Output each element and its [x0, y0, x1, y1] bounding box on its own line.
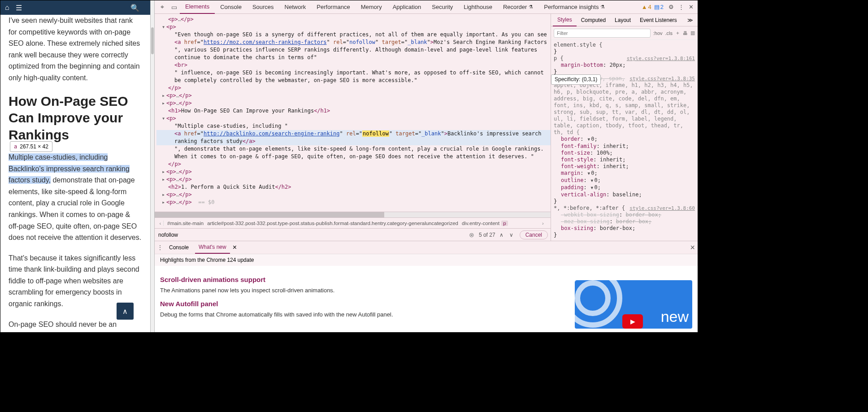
devtools-tabbar: ⌖ ▭ Elements Console Sources Network Per… [155, 0, 698, 14]
drawer-tabbar: ⋮ Console What's new × × [155, 241, 698, 254]
breadcrumb-item[interactable]: div.entry-content [460, 221, 501, 226]
specificity-tooltip: Specificity: (0,3,1) [551, 74, 601, 85]
tab-computed[interactable]: Computed [577, 14, 610, 26]
selected-dom-node[interactable]: <a href="http://backlinko.com/search-eng… [156, 130, 551, 145]
tab-security[interactable]: Security [426, 0, 458, 14]
drawer-tab-whatsnew[interactable]: What's new [195, 241, 230, 254]
tab-memory[interactable]: Memory [356, 0, 387, 14]
horizontal-scrollbar[interactable] [155, 212, 551, 217]
element-dimensions-tooltip: a 267.51 × 42 [10, 141, 52, 152]
paragraph: That's because it takes significantly le… [9, 252, 142, 310]
whatsnew-heading: Scroll-driven animations support [160, 276, 566, 283]
tab-recorder[interactable]: Recorder⚗ [498, 0, 538, 14]
drawer-tab-console[interactable]: Console [165, 241, 192, 254]
highlighted-text: Multiple case-studies, including [9, 153, 108, 161]
styles-pane[interactable]: Specificity: (0,3,1) element.style { } p… [551, 40, 698, 241]
tab-styles[interactable]: Styles [553, 14, 577, 26]
tab-lighthouse[interactable]: Lighthouse [458, 0, 498, 14]
svg-point-1 [577, 283, 608, 313]
search-cancel-button[interactable]: Cancel [520, 230, 548, 239]
search-next-icon[interactable]: ∨ [508, 232, 515, 238]
breadcrumb-item[interactable]: #main.site-main [165, 221, 205, 226]
messages-badge[interactable]: ▤2 [654, 4, 664, 10]
menu-icon[interactable]: ☰ [16, 4, 22, 12]
search-prev-icon[interactable]: ∧ [498, 232, 505, 238]
scroll-to-top-button[interactable]: ∧ [117, 303, 134, 320]
video-thumbnail[interactable]: ▶ new [575, 280, 692, 329]
warnings-badge[interactable]: ▲4 [642, 4, 651, 10]
search-input[interactable] [157, 231, 466, 239]
search-count: 5 of 27 [479, 232, 495, 238]
layout-icon[interactable]: ▥ [690, 30, 695, 36]
styles-toolbar: :hov .cls ＋ 🖶 ▥ [551, 26, 698, 40]
device-toolbar-icon[interactable]: ▭ [168, 4, 180, 11]
whatsnew-heading: New Autofill panel [160, 300, 566, 308]
panel-splitter[interactable] [150, 0, 155, 332]
more-tabs-icon[interactable]: ≫ [685, 17, 696, 23]
breadcrumb-item[interactable]: article#post-332.post-332.post.type-post… [205, 221, 460, 226]
whatsnew-text: Debug the forms that Chrome automaticall… [160, 311, 566, 318]
dom-tree[interactable]: <p>…</p> ▾<p> "Even though on-page SEO i… [155, 14, 551, 212]
tab-layout[interactable]: Layout [610, 14, 635, 26]
inspect-icon[interactable]: ⌖ [156, 3, 168, 11]
site-header: ⌂ ☰ 🔍 [0, 0, 150, 15]
drawer-highlights: Highlights from the Chrome 124 update [155, 254, 698, 266]
tab-application[interactable]: Application [387, 0, 427, 14]
tab-sources[interactable]: Sources [247, 0, 279, 14]
clear-search-icon[interactable]: ⊗ [469, 231, 476, 239]
search-icon[interactable]: 🔍 [130, 4, 139, 12]
beaker-icon: ⚗ [600, 4, 605, 10]
article-heading: How On-Page SEO Can Improve your Ranking… [9, 93, 142, 143]
breadcrumb-prev-icon[interactable]: ‹ [157, 221, 164, 226]
hov-toggle[interactable]: :hov [653, 30, 663, 36]
breadcrumb-item[interactable]: p [501, 221, 508, 226]
whatsnew-text: The Animations panel now lets you inspec… [160, 287, 566, 294]
article-body: I've seen newly-built websites that rank… [0, 15, 150, 332]
video-label: new [661, 308, 689, 325]
paragraph: Multiple case-studies, including Backlin… [9, 152, 142, 243]
elements-search-bar: ⊗ 5 of 27 ∧ ∨ Cancel [155, 228, 551, 241]
more-icon[interactable]: ⋮ [676, 4, 686, 10]
drawer-menu-icon[interactable]: ⋮ [157, 244, 163, 251]
styles-tabbar: Styles Computed Layout Event Listeners ≫ [551, 14, 698, 26]
tab-elements[interactable]: Elements [180, 0, 215, 14]
breadcrumb-next-icon[interactable]: › [540, 221, 546, 226]
tab-console[interactable]: Console [215, 0, 247, 14]
close-drawer-icon[interactable]: × [690, 243, 695, 252]
print-icon[interactable]: 🖶 [683, 30, 688, 36]
home-icon[interactable]: ⌂ [5, 4, 9, 12]
new-rule-icon[interactable]: ＋ [675, 30, 680, 36]
tab-network[interactable]: Network [279, 0, 312, 14]
settings-icon[interactable]: ⚙ [666, 4, 676, 10]
close-tab-icon[interactable]: × [233, 243, 237, 252]
play-icon: ▶ [622, 314, 643, 329]
close-icon[interactable]: ✕ [686, 4, 696, 10]
paragraph: On-page SEO should never be an afterthou… [9, 319, 142, 332]
tab-performance-insights[interactable]: Performance insights⚗ [538, 0, 610, 14]
paragraph: I've seen newly-built websites that rank… [9, 15, 142, 84]
beaker-icon: ⚗ [529, 4, 533, 10]
breadcrumb: ‹ #main.site-main article#post-332.post-… [155, 217, 551, 228]
cls-toggle[interactable]: .cls [665, 30, 673, 36]
drawer-body: Scroll-driven animations support The Ani… [155, 266, 698, 332]
tab-performance[interactable]: Performance [311, 0, 355, 14]
styles-filter-input[interactable] [554, 29, 651, 38]
tab-event-listeners[interactable]: Event Listeners [635, 14, 681, 26]
